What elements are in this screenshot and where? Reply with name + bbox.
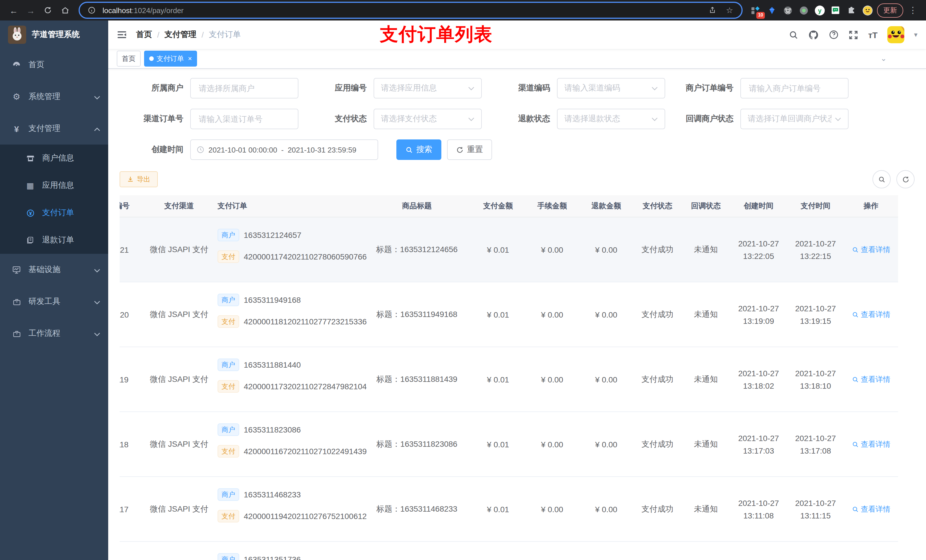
paid-time: 13:19:15 — [790, 314, 841, 327]
sidebar-item-pay-order[interactable]: 支付订单 — [0, 199, 108, 226]
y-circle-icon[interactable]: y — [813, 4, 826, 17]
col-action: 操作 — [844, 195, 898, 217]
fullscreen-icon[interactable] — [849, 30, 858, 39]
view-detail-link[interactable]: 查看详情 — [852, 245, 890, 255]
app-select[interactable]: 请选择应用信息 — [374, 78, 482, 98]
col-id: 编号 — [120, 195, 146, 217]
update-button[interactable]: 更新 — [877, 3, 903, 17]
extensions-cluster-icon[interactable]: 10 — [749, 4, 762, 17]
refund-status-select[interactable]: 请选择退款状态 — [557, 109, 665, 129]
tags-more-chevron-icon[interactable]: ⌄ — [881, 54, 887, 63]
help-icon[interactable] — [829, 30, 839, 40]
channel-code-select[interactable]: 请输入渠道编码 — [557, 78, 665, 98]
avatar[interactable] — [887, 26, 904, 43]
grid-icon: ▦ — [25, 181, 35, 190]
gem-icon[interactable] — [766, 4, 778, 17]
pay-amount: ¥ 0.01 — [487, 245, 509, 254]
emoji-icon[interactable] — [861, 4, 874, 17]
created-time: 13:17:03 — [734, 444, 784, 457]
forward-icon[interactable]: → — [24, 3, 38, 17]
pay-amount: ¥ 0.01 — [487, 440, 509, 449]
pay-status-select[interactable]: 请选择支付状态 — [374, 109, 482, 129]
url-bar[interactable]: localhost:1024/pay/order ☆ — [79, 2, 743, 19]
orders-table: 编号 支付渠道 支付订单 商品标题 支付金额 手续金额 退款金额 支付状态 回调… — [120, 195, 915, 560]
view-detail-link[interactable]: 查看详情 — [852, 504, 890, 514]
merchant-input[interactable] — [190, 78, 298, 98]
refund-amount: ¥ 0.00 — [595, 440, 617, 449]
close-icon[interactable]: × — [188, 54, 192, 63]
chat-icon[interactable] — [829, 4, 842, 17]
command-icon[interactable] — [781, 4, 794, 17]
paid-time: 13:22:15 — [790, 249, 841, 262]
pay-tag: 支付 — [218, 251, 239, 263]
breadcrumb-pay[interactable]: 支付管理 — [165, 30, 197, 40]
fee-amount: ¥ 0.00 — [541, 245, 563, 254]
kebab-menu-icon[interactable]: ⋮ — [906, 4, 919, 17]
sidebar-item-merchant-info[interactable]: 商户信息 — [0, 145, 108, 172]
toggle-search-button[interactable] — [873, 170, 891, 189]
hamburger-icon[interactable] — [117, 30, 127, 39]
back-icon[interactable]: ← — [7, 3, 21, 17]
merchant-tag: 商户 — [218, 553, 239, 560]
created-date: 2021-10-27 — [734, 302, 784, 314]
notify-status-select[interactable]: 请选择订单回调商户状态 — [740, 109, 849, 129]
briefcase-icon — [11, 329, 22, 338]
sidebar-item-app-info[interactable]: ▦ 应用信息 — [0, 172, 108, 199]
col-channel: 支付渠道 — [146, 195, 212, 217]
chevron-down-icon — [94, 297, 100, 306]
dashboard-icon — [11, 60, 22, 69]
reset-button[interactable]: 重置 — [447, 139, 492, 160]
fee-amount: ¥ 0.00 — [541, 440, 563, 449]
sidebar-item-workflow[interactable]: 工作流程 — [0, 318, 108, 349]
home-icon[interactable] — [58, 3, 72, 17]
caret-down-icon[interactable]: ▾ — [914, 31, 917, 39]
github-icon[interactable] — [808, 29, 819, 40]
paid-date: 2021-10-27 — [790, 367, 841, 379]
merchant-order-no-input[interactable] — [740, 78, 849, 98]
reload-icon[interactable] — [41, 3, 54, 17]
search-icon[interactable] — [789, 30, 799, 39]
col-refund: 退款金额 — [579, 195, 633, 217]
created-time: 13:18:02 — [734, 379, 784, 392]
sidebar-item-refund-order[interactable]: 退款订单 — [0, 226, 108, 254]
font-size-icon[interactable]: ᴛT — [868, 30, 878, 39]
sidebar-item-pay[interactable]: ¥ 支付管理 — [0, 113, 108, 145]
star-icon[interactable]: ☆ — [723, 4, 736, 17]
sidebar-item-infra[interactable]: 基础设施 — [0, 254, 108, 286]
channel-order-no: 4200001173202110272847982104 — [244, 382, 367, 391]
breadcrumb-home[interactable]: 首页 — [136, 30, 152, 40]
chevron-down-icon — [468, 86, 474, 90]
tag-pay-order[interactable]: 支付订单 × — [144, 51, 197, 66]
view-detail-link[interactable]: 查看详情 — [852, 309, 890, 320]
filter-refund-status: 退款状态 请选择退款状态 — [486, 109, 665, 129]
share-icon[interactable] — [706, 4, 719, 17]
created-date: 2021-10-27 — [734, 432, 784, 444]
export-button[interactable]: 导出 — [120, 171, 158, 187]
filter-label: 应用编号 — [303, 83, 374, 93]
filter-pay-status: 支付状态 请选择支付状态 — [303, 109, 482, 129]
chevron-down-icon — [835, 117, 841, 121]
pay-tag: 支付 — [218, 445, 239, 457]
view-detail-link[interactable]: 查看详情 — [852, 439, 890, 449]
paid-time: 13:17:08 — [790, 444, 841, 457]
record-icon[interactable] — [797, 4, 810, 17]
info-icon[interactable] — [85, 4, 98, 17]
sidebar-item-home[interactable]: 首页 — [0, 49, 108, 81]
sidebar-item-system[interactable]: ⚙ 系统管理 — [0, 81, 108, 113]
search-button[interactable]: 搜索 — [396, 139, 441, 160]
notify-status: 未通知 — [694, 309, 718, 318]
channel-order-no-input[interactable] — [190, 109, 298, 129]
view-detail-link[interactable]: 查看详情 — [852, 374, 890, 385]
refresh-button[interactable] — [896, 170, 915, 189]
sidebar-item-devtools[interactable]: 研发工具 — [0, 286, 108, 318]
puzzle-icon[interactable] — [845, 4, 858, 17]
app-logo[interactable]: 芋道管理系统 — [0, 21, 108, 49]
date-range-input[interactable]: 2021-10-01 00:00:00 - 2021-10-31 23:59:5… — [190, 139, 378, 160]
tag-home[interactable]: 首页 — [117, 51, 141, 66]
table-row: 119 微信 JSAPI 支付 商户1635311881440 支付420000… — [120, 347, 898, 412]
breadcrumb-separator: / — [201, 30, 204, 39]
pay-channel: 微信 JSAPI 支付 — [150, 439, 208, 448]
channel-order-no: 4200001194202110276752100612 — [244, 512, 367, 521]
table-row: 120 微信 JSAPI 支付 商户1635311949168 支付420000… — [120, 282, 898, 347]
paid-date: 2021-10-27 — [790, 237, 841, 249]
